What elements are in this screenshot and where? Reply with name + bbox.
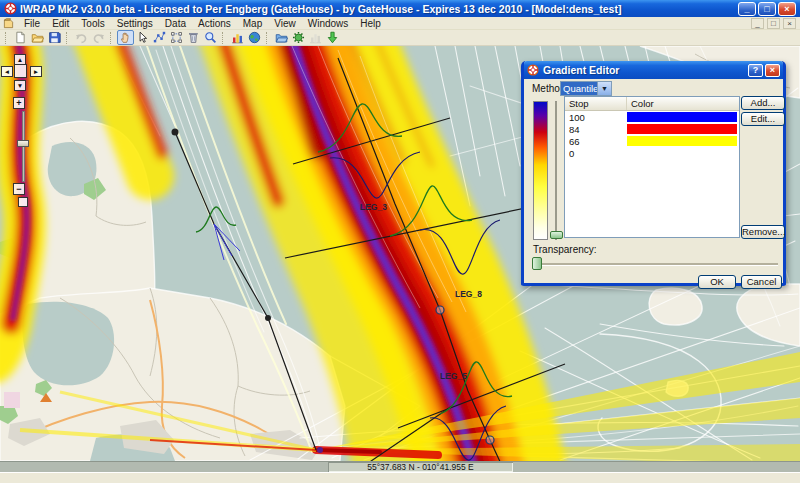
stop-color-swatch — [627, 148, 737, 158]
pan-hand-icon — [119, 31, 132, 44]
close-button[interactable]: × — [778, 2, 796, 16]
stop-value: 66 — [565, 136, 627, 147]
gradient-stop-row[interactable]: 0 — [565, 147, 739, 159]
menu-bar: FileEditToolsSettingsDataActionsMapViewW… — [0, 17, 800, 30]
menu-item-view[interactable]: View — [268, 18, 302, 29]
menu-item-data[interactable]: Data — [159, 18, 192, 29]
toolbar-group-separator — [110, 32, 114, 44]
minimize-button[interactable]: _ — [738, 2, 756, 16]
process-globe-button[interactable] — [290, 30, 307, 45]
polygon-tool-icon — [170, 31, 183, 44]
menu-item-help[interactable]: Help — [354, 18, 387, 29]
column-stop: Stop — [565, 97, 627, 110]
select-arrow-icon — [136, 31, 149, 44]
dialog-body: Method: Quantiles ▼ Stop Color 10084660 … — [524, 79, 783, 280]
process-globe-icon — [292, 31, 305, 44]
menu-item-tools[interactable]: Tools — [75, 18, 110, 29]
menu-item-file[interactable]: File — [18, 18, 46, 29]
ok-button[interactable]: OK — [698, 275, 736, 289]
mdi-minimize-button[interactable]: _ — [751, 18, 764, 29]
window-resize-bar[interactable] — [0, 472, 800, 483]
globe-button[interactable] — [246, 30, 263, 45]
open-folder-button[interactable] — [29, 30, 46, 45]
menu-item-windows[interactable]: Windows — [302, 18, 355, 29]
toolbar-group-separator — [266, 32, 270, 44]
menu-item-settings[interactable]: Settings — [111, 18, 159, 29]
gradient-preview — [533, 101, 548, 240]
zoom-tool-icon — [204, 31, 217, 44]
toolbar-group-separator — [5, 32, 9, 44]
report-chart-button — [307, 30, 324, 45]
status-bar: 55°37.683 N - 010°41.955 E — [0, 461, 800, 472]
transparency-slider-thumb[interactable] — [532, 257, 542, 270]
zoom-out-button[interactable]: − — [13, 183, 25, 195]
toolbar-group-separator — [222, 32, 226, 44]
scale-mini-button[interactable] — [18, 197, 28, 207]
pink-zone — [4, 392, 20, 408]
menu-item-edit[interactable]: Edit — [46, 18, 75, 29]
restore-button[interactable]: □ — [758, 2, 776, 16]
mdi-restore-button[interactable]: □ — [767, 18, 780, 29]
new-file-button[interactable] — [12, 30, 29, 45]
results-folder-icon — [275, 31, 288, 44]
gradient-stop-row[interactable]: 66 — [565, 135, 739, 147]
zoom-in-button[interactable]: + — [13, 97, 25, 109]
export-arrow-button[interactable] — [324, 30, 341, 45]
polyline-tool-button[interactable] — [151, 30, 168, 45]
toolbar-group-separator — [66, 32, 70, 44]
zoom-slider-thumb[interactable] — [17, 140, 29, 147]
dialog-help-button[interactable]: ? — [748, 64, 763, 77]
delete-button[interactable] — [185, 30, 202, 45]
dialog-close-button[interactable]: × — [765, 64, 780, 77]
method-dropdown[interactable]: Quantiles ▼ — [560, 81, 612, 96]
edit-button[interactable]: Edit... — [741, 112, 785, 126]
leg-label-leg_5: LEG_5 — [440, 371, 467, 381]
remove-button[interactable]: Remove... — [741, 225, 785, 239]
document-icon[interactable] — [3, 18, 14, 29]
chevron-down-icon[interactable]: ▼ — [597, 82, 611, 95]
redo-icon — [92, 31, 105, 44]
new-file-icon — [14, 31, 27, 44]
coordinates-readout: 55°37.683 N - 010°41.955 E — [328, 462, 513, 472]
chart-button[interactable] — [229, 30, 246, 45]
select-arrow-button[interactable] — [134, 30, 151, 45]
leg-label-leg_8: LEG_8 — [455, 289, 482, 299]
globe-icon — [248, 31, 261, 44]
dialog-lifering-icon — [527, 64, 539, 76]
results-folder-button[interactable] — [273, 30, 290, 45]
pan-hand-button[interactable] — [117, 30, 134, 45]
pan-left-button[interactable]: ◄ — [1, 66, 13, 77]
cancel-button[interactable]: Cancel — [741, 275, 782, 289]
method-value: Quantiles — [561, 82, 597, 95]
dialog-title: Gradient Editor — [543, 64, 746, 76]
pan-right-button[interactable]: ► — [30, 66, 42, 77]
gradient-stop-row[interactable]: 100 — [565, 111, 739, 123]
menu-item-actions[interactable]: Actions — [192, 18, 237, 29]
zoom-tool-button[interactable] — [202, 30, 219, 45]
save-icon — [48, 31, 61, 44]
polygon-tool-button[interactable] — [168, 30, 185, 45]
undo-button — [73, 30, 90, 45]
gradient-stop-list[interactable]: Stop Color 10084660 — [564, 96, 740, 238]
stop-color-swatch — [627, 136, 737, 146]
menu-item-map[interactable]: Map — [237, 18, 268, 29]
gradient-stop-row[interactable]: 84 — [565, 123, 739, 135]
gradient-slider-thumb[interactable] — [550, 231, 563, 239]
redo-button — [90, 30, 107, 45]
export-arrow-icon — [326, 31, 339, 44]
mdi-close-button[interactable]: × — [783, 18, 796, 29]
pan-center-button[interactable] — [14, 64, 27, 78]
report-chart-icon — [309, 31, 322, 44]
gradient-slider-track[interactable] — [555, 101, 557, 240]
add-button[interactable]: Add... — [741, 96, 785, 110]
stop-value: 84 — [565, 124, 627, 135]
stop-color-swatch — [627, 124, 737, 134]
pan-down-button[interactable]: ▼ — [14, 80, 26, 91]
delete-icon — [187, 31, 200, 44]
chart-icon — [231, 31, 244, 44]
window-titlebar: IWRAP Mk2 v3.0.0 beta - Licensed to Per … — [0, 0, 800, 17]
transparency-slider-track[interactable] — [533, 263, 778, 265]
polyline-tool-icon — [153, 31, 166, 44]
save-button[interactable] — [46, 30, 63, 45]
window-title: IWRAP Mk2 v3.0.0 beta - Licensed to Per … — [20, 3, 738, 15]
